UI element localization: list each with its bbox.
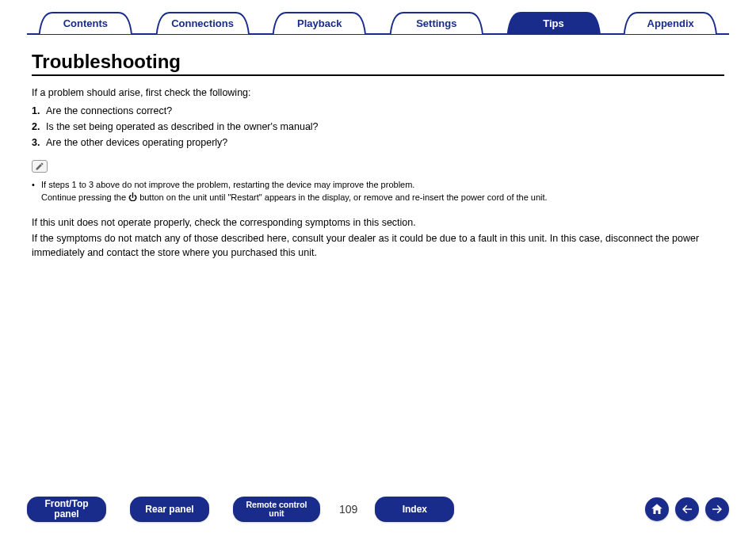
pencil-note-icon (32, 160, 48, 173)
title-rule (32, 74, 724, 76)
front-top-panel-button[interactable]: Front/Top panel (27, 497, 106, 522)
page-body: Troubleshooting If a problem should aris… (0, 35, 756, 260)
intro-text: If a problem should arise, first check t… (32, 87, 724, 98)
remote-control-unit-button[interactable]: Remote control unit (233, 497, 320, 522)
index-button[interactable]: Index (375, 497, 454, 522)
check-item-1: 1.Are the connections correct? (32, 103, 724, 119)
check-item-2: 2.Is the set being operated as described… (32, 119, 724, 135)
prev-page-button[interactable] (675, 497, 699, 521)
arrow-right-icon (710, 502, 724, 516)
page-title: Troubleshooting (32, 51, 724, 73)
rear-panel-button[interactable]: Rear panel (130, 497, 209, 522)
next-page-button[interactable] (705, 497, 729, 521)
top-tabs: Contents Connections Playback Settings T… (27, 11, 729, 35)
check-list: 1.Are the connections correct? 2.Is the … (32, 103, 724, 150)
tab-tips[interactable]: Tips (496, 11, 612, 35)
home-button[interactable] (645, 497, 669, 521)
paragraph-1: If this unit does not operate properly, … (32, 215, 724, 230)
note-line-2b: button on the unit until "Restart" appea… (137, 192, 548, 202)
note-line-1: If steps 1 to 3 above do not improve the… (41, 179, 414, 192)
tab-appendix[interactable]: Appendix (613, 11, 728, 35)
home-icon (650, 502, 664, 516)
page-number: 109 (339, 503, 357, 516)
nav-icons (645, 497, 729, 521)
bottom-bar: Front/Top panel Rear panel Remote contro… (0, 497, 756, 522)
bullet-dot-icon: • (32, 179, 41, 192)
tab-playback[interactable]: Playback (262, 11, 377, 35)
tab-contents[interactable]: Contents (28, 11, 143, 35)
power-icon: ⏻ (128, 192, 137, 202)
tab-connections[interactable]: Connections (145, 11, 261, 35)
check-text: Are the other devices operating properly… (46, 137, 227, 148)
note-block: • If steps 1 to 3 above do not improve t… (32, 179, 724, 204)
check-item-3: 3.Are the other devices operating proper… (32, 135, 724, 150)
paragraph-2: If the symptoms do not match any of thos… (32, 231, 724, 260)
check-text: Is the set being operated as described i… (46, 121, 319, 132)
note-line-2a: Continue pressing the (41, 192, 128, 202)
tab-settings[interactable]: Settings (379, 11, 494, 35)
check-text: Are the connections correct? (46, 105, 172, 116)
arrow-left-icon (680, 502, 694, 516)
